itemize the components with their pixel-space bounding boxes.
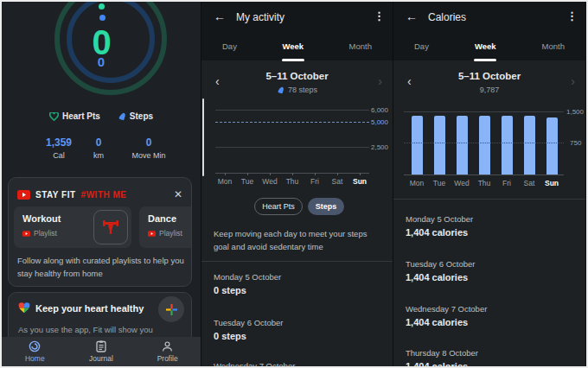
day-summary-date: Wednesday 7 October — [214, 361, 295, 366]
calorie-bar-wed[interactable] — [457, 116, 468, 174]
calories-tabs: Day Week Month — [393, 36, 585, 60]
promo-brand-text: STAY FIT — [35, 190, 76, 200]
workout-tile-title: Workout — [22, 213, 61, 224]
activity-appbar: ← My activity ⋮ — [201, 2, 393, 33]
calories-period-total: 9,787 — [393, 86, 585, 94]
steps-toggle[interactable]: Steps — [308, 198, 344, 215]
shoe-icon — [277, 86, 284, 94]
activity-period-label: 5–11 October — [201, 71, 393, 81]
calorie-bar-tue[interactable] — [434, 116, 445, 174]
add-activity-button[interactable] — [158, 296, 184, 322]
steps-ring-progress-dot — [99, 15, 105, 21]
more-options-icon[interactable]: ⋮ — [374, 10, 385, 22]
dance-tile-subtitle: Playlist — [159, 229, 182, 238]
day-label: Sun — [545, 179, 559, 187]
day-summary-date: Monday 5 October — [214, 272, 281, 282]
gridline-750 — [404, 143, 564, 143]
axis-tick — [270, 173, 271, 175]
promo-card-header: STAY FIT #WITH ME ✕ — [17, 188, 182, 200]
activity-hint-text: Keep moving each day to meet your steps … — [214, 228, 380, 253]
tab-day[interactable]: Day — [414, 36, 429, 60]
nav-journal[interactable]: Journal — [68, 337, 135, 366]
calories-x-axis — [404, 174, 564, 175]
goal-line-5000 — [215, 122, 369, 123]
activity-page-title: My activity — [236, 11, 284, 23]
workout-thumbnail — [93, 210, 128, 244]
legend-heart-pts: Heart Pts — [49, 111, 100, 121]
legend-heart-label: Heart Pts — [62, 111, 100, 121]
axis-tick — [315, 173, 316, 175]
close-icon[interactable]: ✕ — [174, 188, 182, 200]
heart-icon — [49, 112, 59, 121]
day-summary-value: 0 steps — [214, 331, 246, 341]
heart-pts-toggle[interactable]: Heart Pts — [254, 198, 303, 215]
day-label: Mon — [410, 179, 425, 187]
calorie-bar-mon[interactable] — [412, 116, 423, 174]
day-summary-value: 1,404 calories — [406, 272, 468, 282]
bottom-navigation: Home Journal Profile — [2, 337, 201, 366]
app-frame: 0 0 Heart Pts Steps 1,359 Cal — [0, 0, 588, 368]
google-fit-heart-icon — [18, 302, 30, 314]
calories-appbar: ← Calories ⋮ — [393, 2, 585, 33]
calorie-bar-fri[interactable] — [502, 116, 513, 174]
heart-card-title: Keep your heart healthy — [35, 303, 144, 314]
day-label: Mon — [218, 177, 233, 186]
youtube-mini-icon — [22, 231, 30, 237]
stat-move-min-label: Move Min — [121, 151, 176, 160]
axis-tick — [225, 173, 226, 175]
home-screen: 0 0 Heart Pts Steps 1,359 Cal — [2, 2, 201, 366]
nav-home-label: Home — [25, 354, 45, 363]
workout-playlist-tile[interactable]: Workout Playlist — [14, 206, 131, 248]
workout-tile-subtitle: Playlist — [34, 229, 57, 238]
workout-tile-subtitle-row: Playlist — [22, 229, 57, 238]
nav-home[interactable]: Home — [2, 337, 68, 366]
day-label: Thu — [478, 179, 491, 187]
playlist-tiles: Workout Playlist — [14, 206, 191, 248]
journal-icon — [96, 340, 106, 352]
back-icon[interactable]: ← — [406, 10, 418, 23]
tab-month[interactable]: Month — [542, 36, 565, 60]
calorie-bar-sun[interactable] — [546, 117, 558, 174]
more-options-icon[interactable]: ⋮ — [566, 10, 578, 22]
steps-ytick-6000: 6,000 — [371, 106, 388, 114]
day-label: Sun — [353, 177, 367, 186]
day-summary-date: Tuesday 6 October — [214, 318, 283, 327]
tab-day[interactable]: Day — [222, 36, 237, 60]
calorie-bar-thu[interactable] — [479, 116, 490, 174]
day-summary-value: 0 steps — [214, 285, 246, 295]
stat-move-min-value: 0 — [121, 136, 176, 149]
day-summary-date: Wednesday 7 October — [406, 304, 487, 314]
rings-legend: Heart Pts Steps — [2, 111, 201, 121]
nav-profile-label: Profile — [157, 354, 178, 363]
day-label: Wed — [262, 177, 277, 186]
tab-week[interactable]: Week — [282, 36, 304, 60]
tab-week[interactable]: Week — [475, 36, 496, 60]
scrollbar[interactable] — [202, 98, 205, 176]
calorie-bar-sat[interactable] — [524, 116, 535, 174]
gridline-1500 — [404, 111, 564, 112]
day-label: Tue — [433, 179, 445, 187]
steps-value: 0 — [2, 54, 201, 69]
day-label: Tue — [241, 177, 253, 186]
dance-playlist-tile[interactable]: Dance Playlist — [139, 206, 192, 248]
tab-month[interactable]: Month — [349, 36, 372, 60]
day-summary-value: 1,404 calories — [406, 317, 468, 327]
nav-profile[interactable]: Profile — [134, 337, 201, 366]
axis-tick — [360, 173, 361, 175]
nav-journal-label: Journal — [89, 354, 113, 363]
calories-period-label: 5–11 October — [393, 71, 585, 81]
profile-icon — [162, 340, 173, 352]
day-summary-value: 1,404 calories — [406, 227, 468, 238]
gridline-2500 — [215, 147, 369, 148]
stat-distance-label: km — [78, 151, 119, 160]
day-label: Sat — [524, 179, 535, 187]
legend-steps-label: Steps — [130, 111, 153, 121]
legend-steps: Steps — [118, 111, 153, 121]
calories-page-title: Calories — [428, 11, 466, 23]
day-label: Thu — [286, 177, 299, 186]
steps-ytick-5000: 5,000 — [371, 118, 388, 126]
back-icon[interactable]: ← — [214, 10, 226, 23]
shoe-icon — [118, 112, 126, 121]
dance-tile-title: Dance — [148, 213, 176, 224]
day-label: Fri — [310, 177, 319, 186]
